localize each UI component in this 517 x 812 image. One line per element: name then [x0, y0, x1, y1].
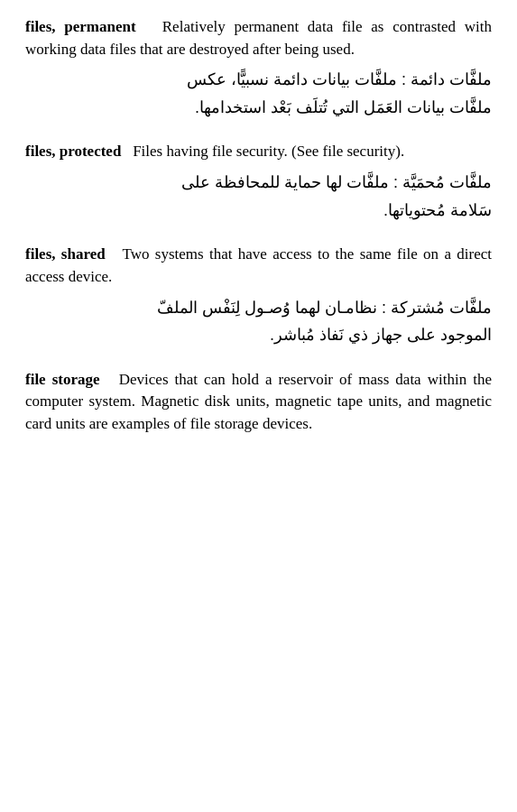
entry-term: files, protected: [25, 143, 121, 160]
arabic-line-2: الموجود على جهاز ذي نَفاذ مُباشر.: [25, 321, 492, 349]
entry-files-shared: files, shared Two systems that have acce…: [25, 244, 492, 348]
entry-arabic: ملفَّات دائمة : ملفَّات بيانات دائمة نسب…: [25, 66, 492, 121]
entry-term: files, shared: [25, 245, 106, 263]
entry-term: files, permanent: [25, 18, 136, 35]
entry-arabic: ملفَّات مُشتركة : نظامـان لهما وُصـول لِ…: [25, 294, 492, 349]
entry-files-protected: files, protected Files having file secur…: [25, 141, 492, 224]
entry-file-storage: file storage Devices that can hold a res…: [25, 369, 492, 436]
entry-definition: Files having file security. (See file se…: [133, 143, 404, 160]
entry-term: file storage: [25, 371, 100, 388]
arabic-line-2: ملفَّات بيانات العَمَل التي تُتلَف بَعْد…: [25, 94, 492, 122]
entry-definition-text: files, protected Files having file secur…: [25, 141, 492, 163]
entry-definition-text: files, shared Two systems that have acce…: [25, 244, 492, 288]
arabic-line-1: ملفَّات دائمة : ملفَّات بيانات دائمة نسب…: [25, 66, 492, 94]
arabic-line-1: ملفَّات مُشتركة : نظامـان لهما وُصـول لِ…: [25, 294, 492, 322]
entry-definition-text: files, permanent Relatively permanent da…: [25, 16, 492, 60]
entry-definition-text: file storage Devices that can hold a res…: [25, 369, 492, 436]
arabic-line-2: سَلامة مُحتوياتها.: [25, 197, 492, 225]
arabic-line-1: ملفَّات مُحمَيَّة : ملفَّات لها حماية لل…: [25, 169, 492, 197]
entry-files-permanent: files, permanent Relatively permanent da…: [25, 16, 492, 121]
entry-arabic: ملفَّات مُحمَيَّة : ملفَّات لها حماية لل…: [25, 169, 492, 224]
page-content: files, permanent Relatively permanent da…: [25, 16, 492, 436]
